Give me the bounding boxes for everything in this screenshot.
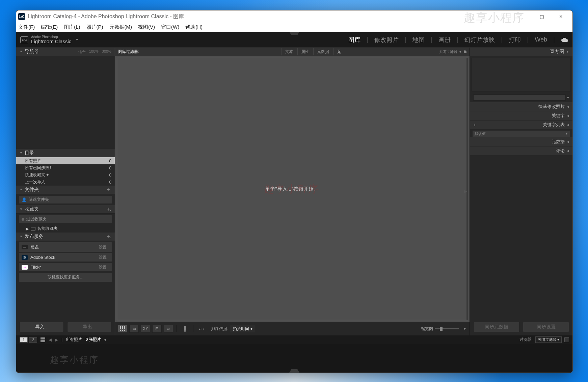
window-controls: — ▢ ✕ [517,12,570,21]
catalog-all-photos[interactable]: 所有照片 0 [16,157,115,164]
cloud-sync-icon[interactable] [561,37,568,42]
filter-tab-attrib[interactable]: 属性 [297,48,313,55]
secondary-display-button[interactable]: 2 [29,337,37,343]
nav-back-icon[interactable]: ◀ [49,337,52,342]
comments-header[interactable]: 评论 ◀ [470,146,572,155]
smart-collections-row[interactable]: ▶ 智能收藏夹 [16,225,115,233]
people-view-button[interactable]: ☺ [164,325,173,333]
metadata-preset-select[interactable]: 默认值▾ [473,131,570,137]
keywording-header[interactable]: 关键字 ◀ [470,111,572,120]
publish-flickr[interactable]: •• Flickr 设置... [19,263,112,271]
module-print[interactable]: 打印 [509,36,521,44]
nav-fwd-icon[interactable]: ▶ [55,337,58,342]
panel-expand-right-icon[interactable]: ▶ [464,189,467,194]
add-publish-button[interactable]: +. [107,234,111,240]
publish-header[interactable]: ▼ 发布服务 +. [16,233,115,241]
quick-develop-header[interactable]: 快速修改照片 ◀ [470,102,572,111]
module-map[interactable]: 地图 [412,36,425,44]
lock-icon[interactable] [463,50,467,54]
menu-library[interactable]: 图库(L) [64,24,80,30]
painter-tool[interactable] [180,325,190,333]
catalog-synced[interactable]: 所有已同步照片 0 [16,164,115,171]
grid-view[interactable]: 趣享小程序 单击"导入..."按钮开始。 ▶ [117,58,468,320]
folders-header[interactable]: ▼ 文件夹 +. [16,186,115,194]
add-collection-button[interactable]: +. [107,206,111,212]
thumbnail-size-slider[interactable] [435,328,459,329]
metadata-header[interactable]: 元数据 ◀ [470,137,572,146]
svg-rect-5 [122,328,123,329]
filter-tab-none[interactable]: 无 [333,48,344,55]
module-slideshow[interactable]: 幻灯片放映 [464,36,495,44]
filmstrip-source-label[interactable]: 所有照片 [66,337,82,343]
export-button[interactable]: 导出... [67,322,111,332]
secondary-display-switch: 1 2 [20,337,37,343]
publish-harddrive[interactable]: ▭ 硬盘 设置... [19,242,112,252]
nav-fit[interactable]: 适合 [78,49,86,54]
collections-title: 收藏夹 [25,206,39,212]
catalog-body: 所有照片 0 所有已同步照片 0 快捷收藏夹 + 0 上一次导入 0 [16,157,115,186]
catalog-quick[interactable]: 快捷收藏夹 + 0 [16,171,115,179]
collapse-icon: ◀ [567,140,569,143]
navigator-header[interactable]: ▼ 导航器 适合 100% 300% [16,48,115,56]
close-button[interactable]: ✕ [556,12,566,21]
chevron-down-icon[interactable]: ▾ [104,337,106,342]
loupe-view-button[interactable]: ▭ [129,325,139,333]
menu-metadata[interactable]: 元数据(M) [109,24,132,30]
collection-filter-input[interactable]: 过滤收藏夹 [19,215,112,223]
filter-preset-dropdown[interactable]: 关闭过滤器 [439,49,457,54]
toolbar-menu-icon[interactable]: ▼ [463,326,467,331]
nav-100[interactable]: 100% [89,49,99,54]
publish-find-more[interactable]: 联机查找更多服务... [19,273,112,282]
menu-view[interactable]: 视图(V) [138,24,155,30]
publish-setup-link[interactable]: 设置... [99,255,109,260]
menu-file[interactable]: 文件(F) [18,24,35,30]
module-book[interactable]: 画册 [438,36,451,44]
sort-select[interactable]: 拍摄时间 ▾ [230,325,255,332]
primary-display-button[interactable]: 1 [20,337,28,343]
catalog-header[interactable]: ▼ 目录 [16,149,115,157]
brand-logo-icon: LrC [20,36,28,43]
add-keyword-button[interactable]: + [473,122,476,128]
collections-header[interactable]: ▼ 收藏夹 +. [16,205,115,214]
filmstrip[interactable]: 趣享小程序 [16,344,572,373]
import-button[interactable]: 导入... [20,322,64,332]
histogram-header[interactable]: 直方图 ▼ [470,48,572,56]
module-web[interactable]: Web [535,36,547,43]
filter-tab-meta[interactable]: 元数据 [313,48,332,55]
publish-setup-link[interactable]: 设置... [99,265,109,270]
survey-view-button[interactable]: ⊞ [152,325,162,333]
folder-filter-input[interactable]: 👤 筛选文件夹 [19,196,112,203]
publish-adobestock[interactable]: St Adobe Stock 设置... [19,253,112,262]
nav-300[interactable]: 300% [102,49,111,54]
identity-plate-menu-icon[interactable]: ▼ [75,38,79,42]
maximize-button[interactable]: ▢ [537,12,547,21]
svg-rect-6 [124,328,125,329]
filter-preset-select[interactable]: 关闭过滤器 ▾ [535,336,562,343]
menu-photo[interactable]: 照片(P) [86,24,103,30]
sync-settings-button[interactable]: 同步设置 [523,322,569,332]
grid-indicator-icon[interactable] [41,337,45,342]
sort-direction-button[interactable]: ａ↕ [197,325,206,333]
sync-metadata-button[interactable]: 同步元数据 [473,322,519,332]
publish-title: 发布服务 [25,234,44,240]
compare-view-button[interactable]: XY [141,325,150,333]
collapse-icon: ◀ [567,114,569,117]
publish-setup-link[interactable]: 设置... [99,245,109,250]
panel-collapse-top-icon[interactable] [289,32,299,35]
filter-tab-text[interactable]: 文本 [282,48,297,55]
filmstrip-source-separator: | [61,337,62,342]
menu-edit[interactable]: 编辑(E) [41,24,58,30]
metadata-title: 元数据 [552,139,565,145]
quick-field-dropdown[interactable] [473,94,566,101]
menu-window[interactable]: 窗口(W) [161,24,179,30]
grid-view-button[interactable] [118,325,127,333]
svg-rect-8 [122,330,123,331]
filter-toggle-icon[interactable] [564,337,569,342]
catalog-last-import[interactable]: 上一次导入 0 [16,179,115,186]
module-library[interactable]: 图库 [348,36,360,44]
menu-help[interactable]: 帮助(H) [185,24,203,30]
panel-collapse-bottom-icon[interactable] [289,369,299,373]
add-folder-button[interactable]: +. [107,187,111,193]
module-develop[interactable]: 修改照片 [374,36,399,44]
keyword-list-header[interactable]: + 关键字列表 ◀ [470,120,572,129]
